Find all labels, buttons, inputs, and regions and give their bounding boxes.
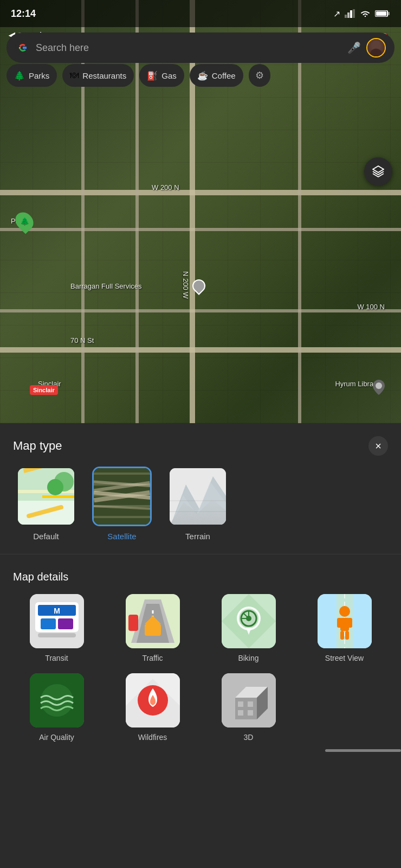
map-details-grid-row1: M Transit xyxy=(0,594,401,662)
detail-transit[interactable]: M Transit xyxy=(13,594,100,662)
transit-icon: M xyxy=(30,594,84,648)
detail-empty xyxy=(301,673,388,742)
map-type-title: Map type xyxy=(13,439,62,453)
layer-button[interactable] xyxy=(364,157,392,186)
label-70nst: 70 N St xyxy=(70,336,94,344)
sheet-header: Map type × xyxy=(0,423,401,467)
park-marker: 🌲 xyxy=(16,212,33,231)
layers-icon xyxy=(371,164,386,179)
svg-rect-1 xyxy=(347,12,350,18)
battery-icon xyxy=(375,9,390,18)
svg-point-8 xyxy=(376,382,382,389)
coffee-icon: ☕ xyxy=(197,71,208,81)
sinclair-marker: Sinclair xyxy=(30,385,58,395)
thumb-satellite-visual xyxy=(94,468,150,525)
map-type-satellite[interactable]: Satellite xyxy=(92,467,152,541)
3d-label: 3D xyxy=(244,733,254,742)
chip-settings[interactable]: ⚙ xyxy=(249,64,270,87)
chip-parks[interactable]: 🌲 Parks xyxy=(7,64,57,87)
svg-rect-73 xyxy=(238,701,243,707)
biking-label: Biking xyxy=(238,654,258,662)
chip-gas-label: Gas xyxy=(161,71,177,80)
map-type-terrain[interactable]: Terrain xyxy=(168,467,228,541)
airquality-icon xyxy=(30,673,84,727)
home-bar xyxy=(325,749,401,752)
map-type-thumb-default xyxy=(16,467,76,526)
svg-point-11 xyxy=(370,49,381,56)
svg-text:M: M xyxy=(54,607,60,615)
detail-airquality[interactable]: Air Quality xyxy=(13,673,100,742)
svg-rect-75 xyxy=(238,710,243,716)
svg-rect-70 xyxy=(235,698,257,719)
detail-3d[interactable]: 3D xyxy=(205,673,292,742)
svg-rect-5 xyxy=(388,12,390,15)
svg-rect-17 xyxy=(42,495,76,498)
status-time: 12:14 xyxy=(11,8,36,20)
traffic-label: Traffic xyxy=(142,654,163,662)
location-marker xyxy=(192,279,205,292)
chip-parks-label: Parks xyxy=(29,71,49,80)
chip-coffee[interactable]: ☕ Coffee xyxy=(190,64,243,87)
svg-rect-35 xyxy=(58,618,73,629)
detail-biking[interactable]: Biking xyxy=(205,594,292,662)
label-barragan: Barragan Full Services xyxy=(70,282,142,290)
svg-rect-13 xyxy=(18,501,76,526)
chips-row: 🌲 Parks 🍽 Restaurants ⛽ Gas ☕ Coffee ⚙ xyxy=(0,64,401,87)
settings-icon: ⚙ xyxy=(255,69,264,81)
search-area: Search here 🎤 xyxy=(0,27,401,68)
close-button[interactable]: × xyxy=(368,436,388,456)
svg-rect-62 xyxy=(340,631,344,640)
map-type-default-label: Default xyxy=(33,532,59,541)
streetview-label: Street View xyxy=(325,654,364,662)
svg-point-16 xyxy=(54,472,74,492)
svg-rect-63 xyxy=(345,631,349,640)
restaurants-icon: 🍽 xyxy=(70,71,79,80)
close-icon: × xyxy=(375,440,381,452)
google-logo xyxy=(15,40,30,55)
chip-gas[interactable]: ⛽ Gas xyxy=(139,64,184,87)
wildfires-icon xyxy=(126,673,180,727)
map-type-thumb-terrain xyxy=(168,467,228,526)
map-types-row: Default xyxy=(0,467,401,554)
road-h4 xyxy=(0,228,401,231)
chip-restaurants[interactable]: 🍽 Restaurants xyxy=(62,64,134,87)
map-type-terrain-label: Terrain xyxy=(185,532,210,541)
streetview-icon xyxy=(318,594,372,648)
search-bar[interactable]: Search here 🎤 xyxy=(7,33,394,63)
map-type-default[interactable]: Default xyxy=(16,467,76,541)
svg-rect-76 xyxy=(248,710,253,716)
svg-rect-42 xyxy=(145,624,161,636)
label-n200w: N 200 W xyxy=(182,271,190,299)
status-icons: ↗ xyxy=(333,9,390,19)
gas-icon: ⛽ xyxy=(147,71,158,81)
svg-rect-36 xyxy=(38,633,76,637)
nav-icon: ↗ xyxy=(333,9,340,19)
map-type-satellite-label: Satellite xyxy=(107,532,136,541)
svg-rect-74 xyxy=(248,701,253,707)
bottom-sheet: Map type × Default xyxy=(0,423,401,868)
user-avatar-image xyxy=(367,39,385,56)
thumb-terrain-visual xyxy=(170,468,226,525)
map-details-title: Map details xyxy=(0,565,401,594)
status-bar: 12:14 ↗ xyxy=(0,0,401,27)
detail-streetview[interactable]: Street View xyxy=(301,594,388,662)
detail-traffic[interactable]: Traffic xyxy=(109,594,196,662)
search-input[interactable]: Search here xyxy=(36,42,342,54)
detail-wildfires[interactable]: Wildfires xyxy=(109,673,196,742)
label-w200n: W 200 N xyxy=(152,183,179,192)
wildfires-label: Wildfires xyxy=(138,733,167,742)
svg-rect-44 xyxy=(128,615,138,631)
svg-rect-60 xyxy=(337,618,342,628)
3d-icon xyxy=(222,673,276,727)
user-avatar[interactable] xyxy=(366,38,386,58)
library-marker xyxy=(373,380,385,397)
section-divider xyxy=(0,554,401,554)
transit-label: Transit xyxy=(45,654,68,662)
wifi-icon xyxy=(360,9,371,18)
svg-rect-2 xyxy=(350,10,352,18)
thumb-default-visual xyxy=(18,468,74,525)
svg-rect-34 xyxy=(41,618,56,629)
road-h2 xyxy=(0,309,401,312)
svg-point-58 xyxy=(339,606,350,617)
mic-icon[interactable]: 🎤 xyxy=(347,41,361,54)
